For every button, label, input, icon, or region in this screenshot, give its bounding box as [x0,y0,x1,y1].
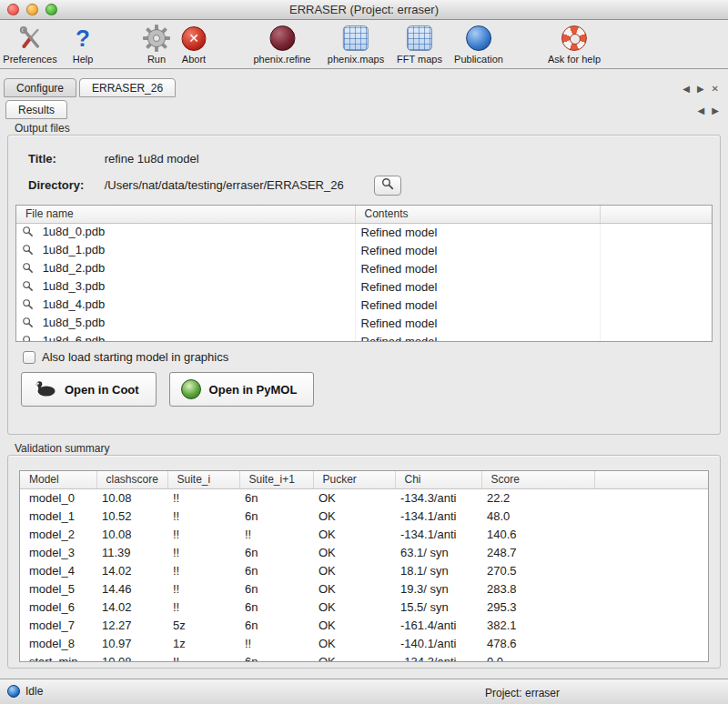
run-icon [143,24,170,53]
file-name: 1u8d_0.pdb [43,225,106,238]
directory-row: Directory: /Users/nat/data/testing/erras… [28,178,344,192]
magnifier-icon [22,299,37,313]
cell-suite-i1: 6n [239,543,313,561]
title-value: refine 1u8d model [105,152,199,166]
open-in-coot-button[interactable]: Open in Coot [21,372,157,407]
cell-clashscore: 10.08 [96,652,167,662]
column-header-chi[interactable]: Chi [395,471,481,488]
window-title: ERRASER (Project: erraser) [289,3,439,16]
cell-chi: -134.1/anti [395,507,481,525]
validation-row[interactable]: model_1 10.52 !! 6n OK -134.1/anti 48.0 [20,507,708,525]
cell-chi: -140.1/anti [395,634,481,652]
cell-pucker: OK [313,616,395,634]
run-button[interactable]: Run [143,24,170,65]
cell-model: model_8 [20,634,96,652]
file-contents: Refined model [355,296,600,314]
file-contents: Refined model [355,332,600,342]
tab-close-icon[interactable]: ✕ [712,84,719,94]
tab-scroll-left-icon[interactable]: ◀ [682,84,690,94]
cell-suite-i: !! [167,525,239,543]
validation-row[interactable]: model_4 14.02 !! 6n OK 18.1/ syn 270.5 [20,561,708,579]
column-header-clashscore[interactable]: clashscore [96,471,167,488]
output-files-table: File name Contents 1u8 [15,205,713,342]
column-header-pucker[interactable]: Pucker [313,471,395,488]
validation-row[interactable]: model_0 10.08 !! 6n OK -134.3/anti 22.2 [20,488,708,507]
cell-suite-i: !! [167,507,239,525]
checkbox-label: Also load starting model in graphics [42,350,228,364]
tab-scroll-right-icon[interactable]: ▶ [712,106,719,116]
title-row: Title: refine 1u8d model [28,152,199,166]
cell-pucker: OK [313,598,395,616]
validation-row[interactable]: model_2 10.08 !! !! OK -134.1/anti 140.6 [20,525,708,543]
column-header-score[interactable]: Score [481,471,594,488]
validation-row[interactable]: model_7 12.27 5z 6n OK -161.4/anti 382.1 [20,616,708,634]
cell-pucker: OK [313,634,395,652]
file-row[interactable]: 1u8d_3.pdb Refined model [16,277,712,296]
file-row[interactable]: 1u8d_6.pdb Refined model [16,332,712,342]
column-header-model[interactable]: Model [20,471,96,488]
column-header-empty [594,471,708,488]
preferences-button[interactable]: Preferences [3,24,56,65]
tool-label: Preferences [3,54,56,65]
cell-suite-i1: !! [239,525,313,543]
ask-for-help-button[interactable]: Ask for help [548,24,601,65]
output-files-section-label: Output files [15,122,70,135]
phenix-maps-button[interactable]: phenix.maps [328,24,384,65]
minimize-window-button[interactable] [26,4,38,15]
file-row[interactable]: 1u8d_5.pdb Refined model [16,314,712,332]
file-name: 1u8d_3.pdb [43,279,106,293]
cell-score: 248.7 [481,543,594,561]
magnifier-icon [22,245,37,258]
column-header-file-name[interactable]: File name [16,206,355,223]
open-in-pymol-button[interactable]: Open in PyMOL [169,372,315,407]
fft-maps-button[interactable]: FFT maps [397,24,442,65]
open-buttons-row: Open in Coot Open in PyMOL [21,372,314,407]
cell-suite-i: !! [167,488,239,507]
validation-row[interactable]: model_5 14.46 !! 6n OK 19.3/ syn 283.8 [20,579,708,598]
column-header-suite-i[interactable]: Suite_i [167,471,239,488]
validation-section-label: Validation summary [15,442,109,455]
cell-score: 22.2 [481,488,594,507]
load-starting-model-option: Also load starting model in graphics [23,350,228,364]
validation-row[interactable]: model_6 14.02 !! 6n OK 15.5/ syn 295.3 [20,598,708,616]
column-header-empty [600,206,712,223]
cell-suite-i1: 6n [239,488,313,507]
tab-results[interactable]: Results [5,100,67,119]
column-header-suite-i1[interactable]: Suite_i+1 [239,471,313,488]
browse-directory-button[interactable] [374,176,401,196]
help-button[interactable]: ? Help [73,24,94,65]
cell-suite-i: !! [167,561,239,579]
validation-table: Model clashscore Suite_i Suite_i+1 Pucke… [19,470,709,662]
cell-chi: 19.3/ syn [395,579,481,598]
validation-row[interactable]: model_3 11.39 !! 6n OK 63.1/ syn 248.7 [20,543,708,561]
file-contents: Refined model [355,277,600,296]
validation-row[interactable]: start_min 10.08 !! 6n OK -134.3/anti 0.0 [20,652,708,662]
publication-button[interactable]: Publication [454,24,503,65]
cell-chi: -161.4/anti [395,616,481,634]
tab-scroll-left-icon[interactable]: ◀ [698,106,705,116]
magnifier-icon [22,263,37,277]
cell-pucker: OK [313,507,395,525]
sub-tab-bar: Results ◀ ▶ [5,98,724,119]
file-row[interactable]: 1u8d_2.pdb Refined model [16,259,712,277]
tab-scroll-right-icon[interactable]: ▶ [697,84,704,94]
zoom-window-button[interactable] [46,4,57,15]
file-row[interactable]: 1u8d_4.pdb Refined model [16,296,712,314]
load-starting-model-checkbox[interactable] [23,351,35,364]
file-row[interactable]: 1u8d_0.pdb Refined model [16,223,712,241]
close-window-button[interactable] [7,4,19,15]
validation-row[interactable]: model_8 10.97 1z !! OK -140.1/anti 478.6 [20,634,708,652]
output-files-groupbox: Title: refine 1u8d model Directory: /Use… [7,135,721,435]
tool-label: Run [147,54,166,65]
file-row[interactable]: 1u8d_1.pdb Refined model [16,241,712,259]
abort-button[interactable]: ✕ Abort [182,24,207,65]
phenix-refine-button[interactable]: phenix.refine [254,24,311,65]
tab-configure[interactable]: Configure [4,78,76,97]
column-header-contents[interactable]: Contents [355,206,600,223]
directory-value: /Users/nat/data/testing/erraser/ERRASER_… [105,178,344,192]
status-sphere-icon [7,685,20,698]
tab-label: Configure [16,82,64,95]
cell-model: start_min [20,652,96,662]
tab-erraser-26[interactable]: ERRASER_26 [79,78,176,97]
tab-nav: ◀ ▶ ✕ [682,84,724,97]
